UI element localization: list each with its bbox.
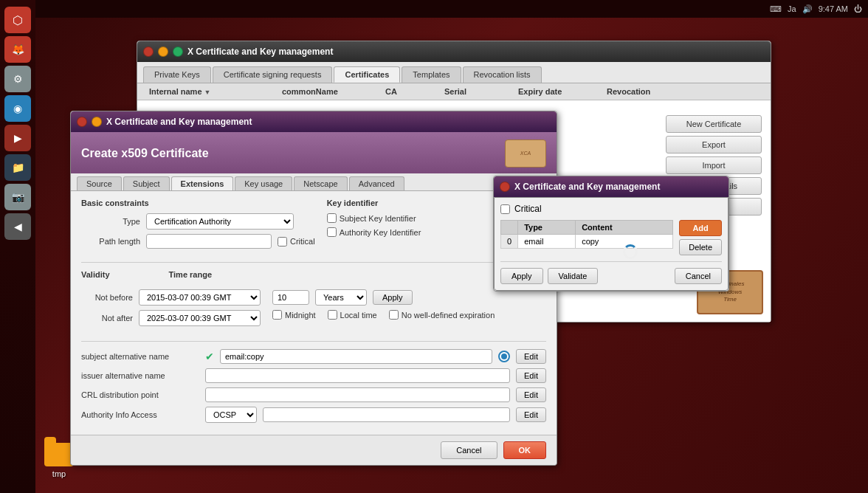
ok-button[interactable]: OK	[503, 441, 547, 459]
bottom-buttons: Cancel OK	[71, 435, 557, 465]
validity-apply-button[interactable]: Apply	[373, 290, 413, 305]
san-section: subject alternative name ✔ Edit issuer a…	[81, 341, 546, 423]
create-header: Create x509 Certificate XCA	[71, 132, 557, 173]
tab-revocation[interactable]: Revocation lists	[463, 66, 542, 83]
app-icon-2[interactable]: ⚙	[4, 66, 31, 92]
san-dialog-close[interactable]	[500, 182, 510, 192]
main-window-max[interactable]	[173, 46, 183, 57]
crl-input[interactable]	[205, 387, 510, 402]
authority-info-input[interactable]	[263, 407, 510, 422]
desktop-folder[interactable]: tmp	[44, 443, 74, 478]
main-tab-bar: Private Keys Certificate signing request…	[137, 62, 771, 83]
issuer-alt-input[interactable]	[205, 368, 510, 383]
taskbar-left: ⬡ 🦊 ⚙ ◉ ▶ 📁 📷 ◀	[0, 0, 35, 493]
san-dialog: X Certificate and Key management Critica…	[493, 176, 729, 292]
authority-key-checkbox[interactable]	[327, 227, 337, 237]
th-revocation[interactable]: Revocation	[601, 86, 675, 97]
th-ca[interactable]: CA	[379, 86, 438, 97]
not-after-select[interactable]: 2025-03-07 00:39 GMT	[139, 310, 261, 326]
critical-checkbox-dialog[interactable]	[500, 204, 510, 214]
san-table-row[interactable]: 0 email copy	[501, 235, 673, 249]
subject-alt-edit-button[interactable]: Edit	[516, 349, 546, 364]
tab-private-keys[interactable]: Private Keys	[143, 66, 211, 83]
subject-alt-label: subject alternative name	[81, 352, 199, 361]
subject-alt-input[interactable]	[220, 349, 492, 364]
local-time-checkbox[interactable]	[328, 310, 337, 320]
type-label: Type	[81, 217, 140, 226]
create-tab-source[interactable]: Source	[77, 176, 122, 190]
ocsp-select[interactable]: OCSP	[205, 407, 257, 423]
validity-inputs-row: Not before 2015-03-07 00:39 GMT Not afte…	[81, 289, 546, 331]
tab-templates[interactable]: Templates	[402, 66, 461, 83]
two-col-layout: Basic constraints Type Certification Aut…	[81, 199, 546, 253]
cancel-button[interactable]: Cancel	[441, 441, 497, 459]
midnight-checkbox[interactable]	[272, 310, 282, 320]
th-type: Type	[518, 221, 576, 235]
critical-label: Critical	[514, 204, 542, 214]
system-icon[interactable]: ⬡	[4, 7, 31, 33]
th-content: Content	[576, 221, 673, 235]
th-expiry[interactable]: Expiry date	[512, 86, 601, 97]
validity-dates-col: Not before 2015-03-07 00:39 GMT Not afte…	[81, 289, 261, 331]
create-tab-extensions[interactable]: Extensions	[171, 176, 234, 190]
create-window-close[interactable]	[77, 117, 87, 127]
add-button[interactable]: Add	[679, 220, 722, 236]
create-window-min[interactable]	[92, 117, 102, 127]
no-expiry-label: No well-defined expiration	[389, 310, 495, 320]
delete-button-dialog[interactable]: Delete	[679, 239, 722, 255]
no-expiry-checkbox[interactable]	[389, 310, 399, 320]
main-window-min[interactable]	[158, 46, 168, 57]
export-button[interactable]: Export	[666, 136, 762, 154]
th-common-name[interactable]: commonName	[276, 86, 379, 97]
crl-edit-button[interactable]: Edit	[516, 387, 546, 402]
dialog-cancel-button[interactable]: Cancel	[675, 268, 722, 284]
subject-key-checkbox[interactable]	[327, 213, 337, 223]
create-tab-advanced[interactable]: Advanced	[349, 176, 404, 190]
san-dialog-titlebar: X Certificate and Key management	[494, 176, 728, 197]
not-before-label: Not before	[81, 293, 133, 302]
local-time-label: Local time	[328, 310, 377, 320]
dialog-validate-button[interactable]: Validate	[548, 268, 599, 284]
issuer-alt-edit-button[interactable]: Edit	[516, 368, 546, 383]
tab-certificates[interactable]: Certificates	[334, 66, 400, 83]
app-icon-7[interactable]: ◀	[4, 213, 31, 240]
type-select[interactable]: Certification Authority	[146, 213, 294, 230]
app-icon-6[interactable]: 📷	[4, 184, 31, 210]
create-tab-netscape[interactable]: Netscape	[294, 176, 347, 190]
th-internal-name[interactable]: Internal name ▼	[143, 86, 276, 97]
critical-row: Critical	[500, 204, 722, 214]
create-tab-key-usage[interactable]: Key usage	[235, 176, 292, 190]
import-button[interactable]: Import	[666, 156, 762, 174]
subject-alt-row: subject alternative name ✔ Edit	[81, 349, 546, 364]
app-icon-4[interactable]: ▶	[4, 125, 31, 151]
desktop: ⌨ Ja 🔊 9:47 AM ⏻ ⬡ 🦊 ⚙ ◉ ▶ 📁 📷 ◀	[0, 0, 868, 493]
authority-info-row: Authority Info Access OCSP Edit	[81, 407, 546, 423]
crl-row: CRL distribution point Edit	[81, 387, 546, 402]
san-row-type[interactable]: email	[518, 235, 576, 249]
basic-constraints-title: Basic constraints	[81, 199, 315, 207]
authority-info-edit-button[interactable]: Edit	[516, 407, 546, 422]
create-tab-subject[interactable]: Subject	[123, 176, 170, 190]
new-certificate-button[interactable]: New Certificate	[666, 115, 762, 133]
issuer-alt-row: issuer alternative name Edit	[81, 368, 546, 383]
not-after-row: Not after 2025-03-07 00:39 GMT	[81, 310, 261, 326]
range-unit-select[interactable]: Years	[315, 289, 367, 306]
path-length-row: Path length Critical	[81, 234, 315, 249]
san-row-content: copy	[576, 235, 673, 249]
app-icon-3[interactable]: ◉	[4, 95, 31, 122]
path-length-label: Path length	[81, 237, 140, 246]
path-length-input[interactable]	[146, 234, 272, 249]
subject-alt-check-icon: ✔	[205, 351, 214, 362]
folder-label: tmp	[52, 469, 66, 478]
not-before-select[interactable]: 2015-03-07 00:39 GMT	[139, 289, 261, 306]
range-number-input[interactable]	[272, 290, 309, 305]
main-window-close[interactable]	[143, 46, 154, 57]
app-icon-1[interactable]: 🦊	[4, 36, 31, 63]
app-icon-5[interactable]: 📁	[4, 154, 31, 181]
th-serial[interactable]: Serial	[438, 86, 512, 97]
dialog-apply-button[interactable]: Apply	[500, 268, 543, 284]
subject-alt-radio[interactable]	[498, 351, 510, 362]
critical-checkbox[interactable]	[278, 237, 287, 246]
dialog-footer: Apply Validate Cancel	[500, 261, 722, 284]
tab-csr[interactable]: Certificate signing requests	[213, 66, 333, 83]
